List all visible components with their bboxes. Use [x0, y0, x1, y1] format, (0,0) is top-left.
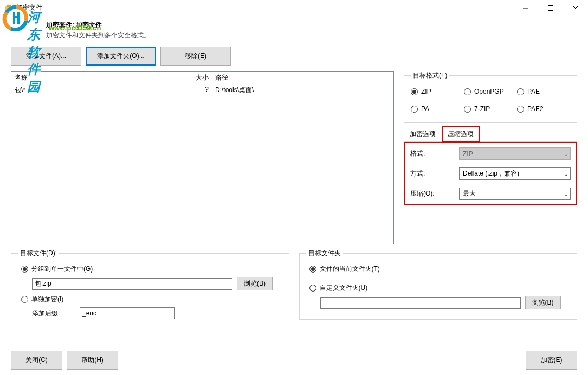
remove-button[interactable]: 移除(E)	[160, 47, 231, 66]
tab-compress-options[interactable]: 压缩选项	[442, 126, 480, 142]
group-single-radio[interactable]: 分组到单一文件中(G)	[21, 264, 282, 274]
suffix-label: 添加后缀:	[32, 309, 80, 318]
target-filename-input[interactable]	[32, 278, 232, 290]
target-file-legend: 目标文件(D):	[18, 249, 59, 258]
window-title: 加密文件	[16, 3, 513, 12]
current-folder-radio[interactable]: 文件的当前文件夹(T)	[309, 264, 571, 274]
radio-icon	[517, 88, 524, 95]
chevron-down-icon: ⌄	[564, 171, 568, 177]
format-pa[interactable]: PA	[411, 105, 464, 113]
suffix-input[interactable]	[80, 307, 175, 319]
format-7zip[interactable]: 7-ZIP	[464, 105, 517, 113]
add-folder-button[interactable]: 添加文件夹(O)...	[86, 47, 156, 66]
chevron-down-icon: ⌄	[564, 151, 568, 157]
footer: 关闭(C) 帮助(H) 加密(E)	[0, 351, 588, 370]
header: 加密套件: 加密文件 加密文件和文件夹到多个安全格式。	[0, 16, 588, 44]
maximize-button[interactable]	[538, 0, 563, 16]
column-name[interactable]: 名称	[15, 73, 188, 82]
close-dialog-button[interactable]: 关闭(C)	[11, 351, 62, 370]
minimize-button[interactable]	[513, 0, 538, 16]
tab-encrypt-options[interactable]: 加密选项	[404, 126, 442, 142]
svg-rect-4	[7, 5, 11, 7]
level-label: 压缩(O):	[410, 189, 459, 198]
target-folder-legend: 目标文件夹	[306, 249, 343, 258]
radio-icon	[411, 88, 418, 95]
column-size[interactable]: 大小	[188, 73, 215, 82]
radio-icon	[411, 106, 418, 113]
header-title: 加密套件: 加密文件	[46, 21, 588, 30]
encrypt-each-radio[interactable]: 单独加密(I)	[21, 295, 282, 304]
file-list-header: 名称 大小 路径	[11, 72, 393, 84]
svg-point-5	[8, 8, 10, 10]
close-button[interactable]	[563, 0, 588, 16]
method-label: 方式:	[410, 169, 459, 178]
compress-options-panel: 格式: ZIP⌄ 方式: Deflate (.zip，兼容)⌄ 压缩(O): 最…	[404, 142, 577, 205]
browse-folder-button[interactable]: 浏览(B)	[525, 296, 561, 309]
file-size-cell: ?	[188, 86, 215, 95]
radio-icon	[517, 106, 524, 113]
radio-icon	[464, 88, 471, 95]
file-path-cell: D:\tools\桌面\	[215, 86, 390, 95]
add-file-button[interactable]: 添加文件(A)...	[11, 47, 81, 66]
app-icon	[4, 4, 13, 12]
radio-icon	[21, 296, 28, 303]
column-path[interactable]: 路径	[215, 73, 390, 82]
target-folder-group: 目标文件夹 文件的当前文件夹(T) 自定义文件夹(U) 浏览(B)	[299, 249, 578, 320]
right-panel: 目标格式(F) ZIP OpenPGP PAE PA 7-ZIP PAE2 加密…	[404, 71, 577, 244]
help-button[interactable]: 帮助(H)	[67, 351, 118, 370]
level-combo[interactable]: 最大⌄	[459, 188, 571, 200]
target-format-group: 目标格式(F) ZIP OpenPGP PAE PA 7-ZIP PAE2	[404, 71, 577, 123]
file-row[interactable]: 包\* ? D:\tools\桌面\	[11, 84, 393, 96]
radio-icon	[309, 266, 316, 273]
options-tabs: 加密选项 压缩选项	[404, 126, 577, 142]
format-zip[interactable]: ZIP	[411, 88, 464, 95]
format-label: 格式:	[410, 149, 459, 158]
radio-icon	[464, 106, 471, 113]
titlebar: 加密文件	[0, 0, 588, 16]
format-openpgp[interactable]: OpenPGP	[464, 88, 517, 95]
browse-file-button[interactable]: 浏览(B)	[237, 277, 273, 290]
custom-folder-input[interactable]	[320, 297, 521, 309]
radio-icon	[309, 285, 316, 292]
toolbar: 添加文件(A)... 添加文件夹(O)... 移除(E)	[0, 44, 588, 71]
format-combo: ZIP⌄	[459, 147, 571, 160]
target-format-legend: 目标格式(F)	[411, 71, 449, 80]
target-file-group: 目标文件(D): 分组到单一文件中(G) 浏览(B) 单独加密(I) 添加后缀:	[11, 249, 289, 328]
radio-icon	[21, 266, 28, 273]
custom-folder-radio[interactable]: 自定义文件夹(U)	[309, 283, 571, 293]
format-pae[interactable]: PAE	[517, 88, 570, 95]
file-name-cell: 包\*	[15, 86, 188, 95]
encrypt-button[interactable]: 加密(E)	[526, 351, 577, 370]
chevron-down-icon: ⌄	[564, 191, 568, 197]
svg-rect-7	[548, 5, 553, 10]
file-list[interactable]: 名称 大小 路径 包\* ? D:\tools\桌面\	[11, 71, 394, 244]
header-subtitle: 加密文件和文件夹到多个安全格式。	[46, 31, 588, 40]
format-pae2[interactable]: PAE2	[517, 105, 570, 113]
method-combo[interactable]: Deflate (.zip，兼容)⌄	[459, 167, 571, 180]
